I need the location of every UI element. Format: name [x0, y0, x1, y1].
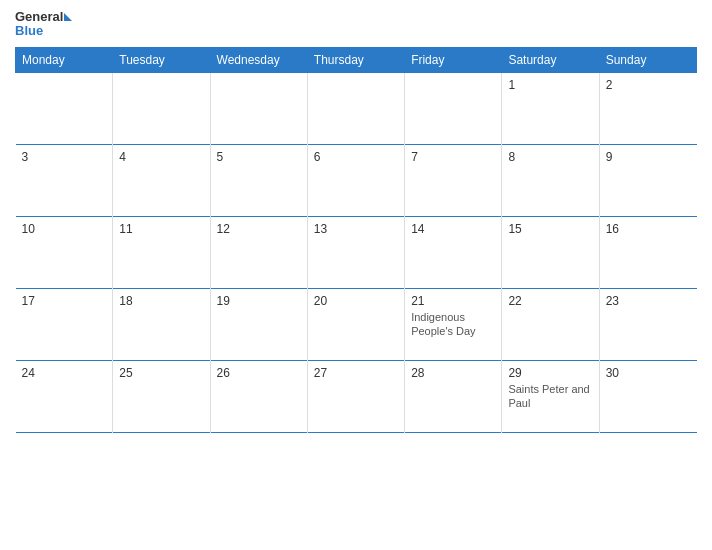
day-number: 20	[314, 294, 398, 308]
calendar-cell	[113, 72, 210, 144]
event-label: Saints Peter and Paul	[508, 382, 592, 411]
day-number: 16	[606, 222, 691, 236]
calendar-cell: 30	[599, 360, 696, 432]
week-row-5: 242526272829Saints Peter and Paul30	[16, 360, 697, 432]
calendar-cell: 13	[307, 216, 404, 288]
day-number: 29	[508, 366, 592, 380]
day-number: 10	[22, 222, 107, 236]
day-number: 24	[22, 366, 107, 380]
calendar-table: MondayTuesdayWednesdayThursdayFridaySatu…	[15, 47, 697, 433]
day-number: 27	[314, 366, 398, 380]
calendar-cell: 1	[502, 72, 599, 144]
calendar-cell: 18	[113, 288, 210, 360]
calendar-cell: 16	[599, 216, 696, 288]
calendar-cell: 29Saints Peter and Paul	[502, 360, 599, 432]
weekday-header-saturday: Saturday	[502, 47, 599, 72]
calendar-cell	[16, 72, 113, 144]
day-number: 14	[411, 222, 495, 236]
calendar-cell: 21Indigenous People's Day	[405, 288, 502, 360]
weekday-header-sunday: Sunday	[599, 47, 696, 72]
day-number: 26	[217, 366, 301, 380]
day-number: 6	[314, 150, 398, 164]
day-number: 8	[508, 150, 592, 164]
calendar-cell: 4	[113, 144, 210, 216]
weekday-header-friday: Friday	[405, 47, 502, 72]
day-number: 30	[606, 366, 691, 380]
day-number: 22	[508, 294, 592, 308]
calendar-cell: 23	[599, 288, 696, 360]
day-number: 19	[217, 294, 301, 308]
day-number: 7	[411, 150, 495, 164]
logo-triangle-icon	[64, 13, 72, 21]
header: General Blue	[15, 10, 697, 39]
calendar-cell: 9	[599, 144, 696, 216]
calendar-cell: 25	[113, 360, 210, 432]
calendar-cell: 19	[210, 288, 307, 360]
logo-text: General Blue	[15, 10, 72, 39]
calendar-cell	[307, 72, 404, 144]
calendar-cell: 22	[502, 288, 599, 360]
day-number: 4	[119, 150, 203, 164]
weekday-header-wednesday: Wednesday	[210, 47, 307, 72]
day-number: 23	[606, 294, 691, 308]
day-number: 13	[314, 222, 398, 236]
day-number: 3	[22, 150, 107, 164]
event-label: Indigenous People's Day	[411, 310, 495, 339]
week-row-3: 10111213141516	[16, 216, 697, 288]
day-number: 17	[22, 294, 107, 308]
week-row-2: 3456789	[16, 144, 697, 216]
weekday-header-thursday: Thursday	[307, 47, 404, 72]
day-number: 5	[217, 150, 301, 164]
calendar-cell: 3	[16, 144, 113, 216]
calendar-cell: 17	[16, 288, 113, 360]
calendar-cell	[405, 72, 502, 144]
day-number: 25	[119, 366, 203, 380]
calendar-cell: 24	[16, 360, 113, 432]
calendar-cell: 10	[16, 216, 113, 288]
calendar-cell: 20	[307, 288, 404, 360]
day-number: 15	[508, 222, 592, 236]
calendar-cell: 14	[405, 216, 502, 288]
day-number: 11	[119, 222, 203, 236]
weekday-header-monday: Monday	[16, 47, 113, 72]
weekday-header-tuesday: Tuesday	[113, 47, 210, 72]
calendar-cell	[210, 72, 307, 144]
calendar-cell: 12	[210, 216, 307, 288]
logo: General Blue	[15, 10, 72, 39]
day-number: 12	[217, 222, 301, 236]
calendar-cell: 8	[502, 144, 599, 216]
weekday-header-row: MondayTuesdayWednesdayThursdayFridaySatu…	[16, 47, 697, 72]
calendar-cell: 27	[307, 360, 404, 432]
calendar-cell: 5	[210, 144, 307, 216]
calendar-cell: 15	[502, 216, 599, 288]
calendar-cell: 11	[113, 216, 210, 288]
calendar-cell: 7	[405, 144, 502, 216]
calendar-cell: 26	[210, 360, 307, 432]
calendar-cell: 28	[405, 360, 502, 432]
calendar-page: General Blue MondayTuesdayWednesdayThurs…	[0, 0, 712, 550]
week-row-1: 12	[16, 72, 697, 144]
day-number: 28	[411, 366, 495, 380]
day-number: 9	[606, 150, 691, 164]
logo-general-text: General	[15, 9, 63, 24]
day-number: 21	[411, 294, 495, 308]
calendar-cell: 6	[307, 144, 404, 216]
day-number: 18	[119, 294, 203, 308]
week-row-4: 1718192021Indigenous People's Day2223	[16, 288, 697, 360]
calendar-cell: 2	[599, 72, 696, 144]
day-number: 1	[508, 78, 592, 92]
day-number: 2	[606, 78, 691, 92]
logo-blue-text: Blue	[15, 23, 43, 38]
